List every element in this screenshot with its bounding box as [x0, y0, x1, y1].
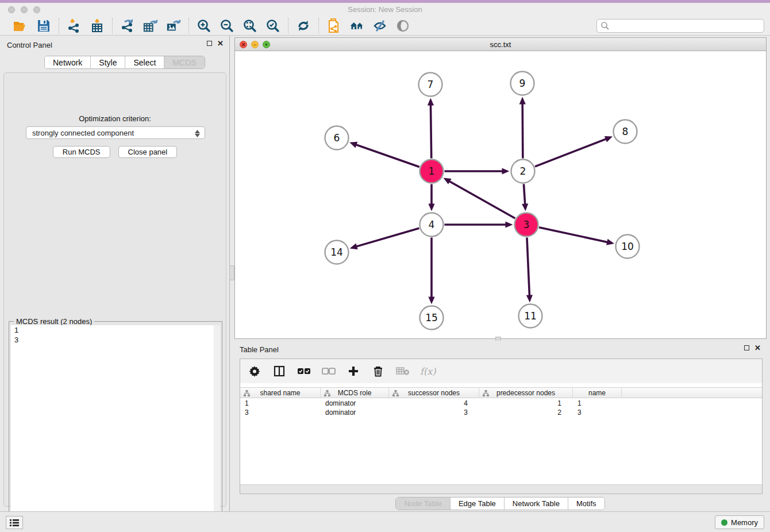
graph-edge-arrowhead — [349, 142, 357, 148]
export-image-icon[interactable] — [166, 18, 181, 33]
show-column-icon[interactable] — [272, 364, 287, 379]
delete-row-icon[interactable] — [371, 364, 386, 379]
graph-node-label: 1 — [429, 165, 435, 177]
tab-style[interactable]: Style — [91, 56, 125, 68]
graph-edge-arrowhead — [502, 168, 510, 174]
column-label: MCDS role — [338, 389, 372, 397]
table-cell[interactable]: 3 — [389, 408, 479, 417]
vertical-splitter-handle[interactable] — [229, 265, 234, 280]
zoom-out-icon[interactable] — [220, 18, 234, 33]
criterion-select[interactable]: strongly connected component — [26, 126, 205, 139]
select-stepper-icon — [194, 129, 201, 138]
export-network-icon[interactable] — [120, 18, 135, 33]
column-type-icon — [324, 390, 330, 396]
graph-edge-1-7[interactable] — [430, 103, 431, 158]
deselect-all-check-icon[interactable] — [321, 364, 336, 379]
refresh-icon[interactable] — [296, 18, 311, 33]
graph-edge-arrowhead — [428, 204, 434, 211]
node-table-container: f(x) shared nameMCDS rolesuccessor nodes… — [240, 358, 763, 494]
graph-edge-2-8[interactable] — [535, 138, 607, 167]
table-cell[interactable]: 3 — [240, 408, 321, 417]
open-session-icon[interactable] — [13, 18, 28, 33]
graph-edge-2-9[interactable] — [522, 102, 523, 158]
save-session-icon[interactable] — [36, 18, 51, 33]
float-table-panel-icon[interactable] — [744, 345, 749, 350]
graph-edge-3-10[interactable] — [539, 228, 609, 242]
main-titlebar: Session: New Session — [0, 3, 770, 17]
close-panel-icon[interactable]: ✕ — [217, 41, 224, 46]
close-table-panel-icon[interactable]: ✕ — [754, 345, 761, 350]
zoom-fit-icon[interactable] — [242, 18, 257, 33]
network-graph[interactable]: 7968124314101511 — [235, 51, 766, 338]
graph-edge-arrowhead — [526, 295, 533, 302]
zoom-in-icon[interactable] — [197, 18, 211, 33]
control-panel: Control Panel ✕ Network Style Select MCD… — [0, 36, 230, 511]
table-cell[interactable]: 1 — [479, 399, 573, 408]
control-panel-tabs: Network Style Select MCDS — [44, 56, 205, 69]
new-network-from-selection-icon[interactable] — [326, 18, 341, 33]
table-header-name[interactable]: name — [573, 388, 622, 398]
zoom-selected-icon[interactable] — [265, 18, 280, 33]
result-scrollbar[interactable] — [214, 325, 220, 532]
export-table-icon[interactable] — [143, 18, 158, 33]
network-window-titlebar[interactable]: ✕ − + scc.txt — [235, 38, 766, 51]
table-cell[interactable]: 1 — [240, 399, 321, 408]
graph-edge-1-6[interactable] — [355, 144, 419, 167]
table-row[interactable]: 3dominator323 — [240, 408, 762, 417]
import-network-icon[interactable] — [67, 18, 82, 33]
tab-edge-table[interactable]: Edge Table — [451, 498, 505, 510]
run-mcds-button[interactable]: Run MCDS — [53, 146, 110, 158]
table-cell[interactable]: 2 — [479, 408, 573, 417]
column-type-icon — [392, 390, 399, 396]
table-header-predecessor-nodes[interactable]: predecessor nodes — [479, 388, 573, 398]
tab-network-table[interactable]: Network Table — [505, 498, 568, 510]
task-history-button[interactable] — [6, 516, 23, 529]
table-header-shared-name[interactable]: shared name — [240, 388, 321, 398]
graph-edge-4-14[interactable] — [355, 228, 419, 246]
graph-node-label: 15 — [425, 312, 438, 323]
import-table-icon[interactable] — [90, 18, 105, 33]
memory-status-icon — [721, 519, 727, 526]
result-line: 3 — [11, 335, 220, 345]
graph-node-label: 3 — [523, 219, 530, 230]
graph-edge-3-11[interactable] — [527, 237, 530, 296]
add-row-icon[interactable] — [346, 364, 361, 379]
mcds-result-textarea[interactable]: 1 3 — [11, 325, 220, 532]
close-panel-button[interactable]: Close panel — [118, 146, 178, 158]
table-panel-title: Table Panel — [240, 345, 279, 354]
table-cell[interactable]: dominator — [321, 408, 389, 417]
table-header-MCDS-role[interactable]: MCDS role — [321, 388, 389, 398]
table-settings-icon[interactable] — [247, 364, 262, 379]
tab-select[interactable]: Select — [125, 56, 164, 68]
select-all-check-icon[interactable] — [297, 364, 311, 379]
tab-network[interactable]: Network — [45, 56, 91, 68]
home-icon[interactable] — [349, 18, 364, 33]
table-cell[interactable]: 4 — [389, 399, 479, 408]
graph-edge-3-1[interactable] — [448, 180, 515, 218]
table-cell[interactable]: 1 — [573, 399, 622, 408]
table-row[interactable]: 1dominator411 — [240, 399, 762, 408]
memory-button[interactable]: Memory — [715, 515, 764, 529]
delete-table-icon[interactable] — [395, 364, 410, 379]
table-cell[interactable]: 3 — [573, 408, 622, 417]
column-label: successor nodes — [408, 389, 460, 397]
graph-edge-2-3[interactable] — [523, 184, 525, 205]
graphics-details-icon[interactable] — [372, 18, 387, 33]
criterion-value: strongly connected component — [32, 129, 134, 137]
graph-node-label: 11 — [524, 310, 537, 322]
graph-node-label: 7 — [428, 79, 434, 90]
mcds-result-group: MCDS result (2 nodes) 1 3 — [9, 321, 222, 532]
memory-label: Memory — [731, 518, 758, 527]
table-cell[interactable]: dominator — [321, 399, 389, 408]
network-window-title: scc.txt — [235, 40, 766, 49]
network-canvas[interactable]: 7968124314101511 — [235, 51, 766, 338]
birdseye-view-icon[interactable] — [395, 18, 410, 33]
table-header-successor-nodes[interactable]: successor nodes — [389, 388, 479, 398]
tab-mcds[interactable]: MCDS — [164, 56, 204, 68]
float-panel-icon[interactable] — [207, 41, 212, 46]
search-input[interactable] — [596, 19, 764, 33]
tab-motifs[interactable]: Motifs — [568, 498, 605, 510]
control-panel-title: Control Panel — [7, 41, 52, 49]
function-builder-icon[interactable]: f(x) — [420, 366, 436, 377]
tab-node-table[interactable]: Node Table — [396, 498, 451, 510]
